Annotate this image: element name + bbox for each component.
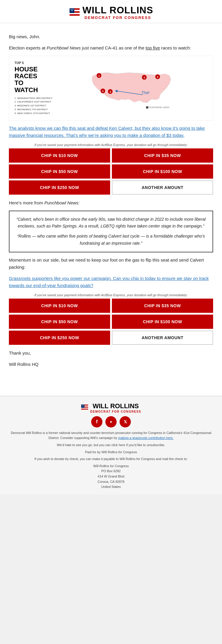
donate-other-btn-2[interactable]: ANOTHER AMOUNT (112, 331, 213, 345)
donate-10-btn-2[interactable]: CHIP IN $10 NOW (9, 299, 110, 313)
footer: WILL ROLLINS DEMOCRAT FOR CONGRESS f ● 𝕏… (0, 396, 222, 494)
logo-subtitle: DEMOCRAT FOR CONGRESS (83, 15, 153, 20)
donate-10-btn-1[interactable]: CHIP IN $10 NOW (9, 148, 110, 163)
spacer (9, 372, 213, 390)
grassroots-link[interactable]: Grassroots supporters like you power our… (9, 275, 213, 289)
logo-container: WILL ROLLINS DEMOCRAT FOR CONGRESS (0, 5, 222, 20)
svg-point-34 (83, 405, 84, 406)
svg-text:⬛ PUNCHBOWL NEWS: ⬛ PUNCHBOWL NEWS (146, 106, 170, 109)
donate-50-btn-2[interactable]: CHIP IN $50 NOW (9, 315, 110, 329)
svg-rect-5 (70, 16, 80, 17)
momentum-text: Momentum is on our side, but we need to … (9, 257, 213, 271)
email-body: Big news, John. Election experts at Punc… (0, 23, 222, 396)
footer-unsubscribe: We’d hate to see you go, but you can cli… (9, 443, 213, 448)
map-list: 1 WASHINGTON'S 3RD DISTRICT 2 CALIFORNIA… (15, 97, 56, 116)
intro-paragraph: Election experts at Punchbowl News just … (9, 44, 213, 52)
cta-link-1[interactable]: The analysts know we can flip this seat … (9, 125, 213, 139)
footer-address: Will Rollins for Congress PO Box 6282 41… (9, 464, 213, 490)
footer-logo-subtitle: DEMOCRAT FOR CONGRESS (90, 410, 141, 413)
flag-icon (69, 7, 80, 18)
svg-rect-30 (81, 410, 88, 411)
donate-250-btn-2[interactable]: CHIP IN $250 NOW (9, 331, 110, 345)
footer-logo-name: WILL ROLLINS (90, 402, 141, 410)
intro-text: Election experts at (9, 45, 47, 50)
quote-2: “Rollins — who came within five points o… (15, 233, 207, 247)
svg-text:1: 1 (98, 74, 100, 77)
social-icons: f ● 𝕏 (9, 416, 213, 427)
donate-other-btn-1[interactable]: ANOTHER AMOUNT (112, 180, 213, 195)
svg-point-35 (82, 406, 83, 407)
map-list-item: 3 ARIZONA'S 1ST DISTRICT (15, 104, 56, 108)
donate-250-btn-1[interactable]: CHIP IN $250 NOW (9, 180, 110, 195)
map-list-item: 4 MICHIGAN'S 7TH DISTRICT (15, 108, 56, 112)
email-wrapper: WILL ROLLINS DEMOCRAT FOR CONGRESS Big n… (0, 0, 222, 494)
quote-box: “Calvert, who’s been in office since the… (9, 211, 213, 252)
svg-point-10 (71, 10, 71, 11)
map-list-item: 1 WASHINGTON'S 3RD DISTRICT (15, 97, 56, 100)
greeting: Big news, John. (9, 33, 213, 40)
intro-underline: top five (146, 45, 160, 50)
sign-off-text: Will Rollins HQ (9, 361, 213, 368)
footer-logo: WILL ROLLINS DEMOCRAT FOR CONGRESS (9, 402, 213, 413)
instagram-icon[interactable]: ● (105, 416, 117, 427)
punchbowl-intro-text: Here’s more from (9, 200, 44, 205)
svg-point-33 (83, 405, 83, 406)
map-title-main: HOUSE RACES TO WATCH (15, 66, 56, 93)
svg-point-9 (73, 9, 73, 9)
donate-35-btn-2[interactable]: CHIP IN $35 NOW (112, 299, 213, 313)
svg-text:2: 2 (102, 90, 104, 93)
footer-flag-icon (81, 404, 89, 411)
actblue-note-1: If you've saved your payment information… (9, 143, 213, 147)
map-list-item: 5 NEW YORK'S 17TH DISTRICT (15, 112, 56, 116)
svg-point-11 (72, 10, 73, 11)
facebook-icon[interactable]: f (91, 416, 102, 427)
svg-point-36 (83, 406, 83, 407)
donation-grid-1: CHIP IN $10 NOW CHIP IN $35 NOW CHIP IN … (9, 148, 213, 195)
intro-italic: Punchbowl News (47, 45, 81, 50)
svg-text:That: That (141, 90, 149, 95)
footer-check-text: If you wish to donate by check, you can … (9, 456, 213, 462)
actblue-note-2: If you've saved your payment information… (9, 293, 213, 297)
svg-text:4: 4 (144, 76, 145, 79)
map-image-box: TOP 5 HOUSE RACES TO WATCH 1 WASHINGTON'… (9, 56, 213, 121)
svg-text:5: 5 (157, 76, 158, 79)
svg-rect-29 (81, 409, 88, 410)
map-list-item: 2 CALIFORNIA'S 41ST DISTRICT (15, 100, 56, 104)
donate-50-btn-1[interactable]: CHIP IN $50 NOW (9, 164, 110, 179)
unsubscribe-text: We’d hate to see you go, but you can cli… (57, 443, 165, 447)
punchbowl-italic: Punchbowl News: (44, 200, 80, 205)
svg-rect-31 (81, 405, 84, 408)
quote-1: “Calvert, who’s been in office since the… (15, 216, 207, 230)
svg-rect-6 (70, 8, 74, 13)
map-right-panel: /* dots rendered in CSS */ 1 2 3 (58, 59, 210, 117)
logo-name: WILL ROLLINS (83, 5, 153, 15)
intro-rest: just named CA-41 as one of the (81, 45, 146, 50)
donation-grid-2: CHIP IN $10 NOW CHIP IN $35 NOW CHIP IN … (9, 299, 213, 345)
us-map-svg: /* dots rendered in CSS */ 1 2 3 (58, 64, 210, 112)
svg-point-8 (71, 9, 72, 9)
map-left-panel: TOP 5 HOUSE RACES TO WATCH 1 WASHINGTON'… (12, 59, 58, 117)
footer-contribution-link[interactable]: making a grassroots contribution here. (118, 436, 173, 440)
svg-rect-4 (70, 14, 80, 16)
footer-disclaimer: Democrat Will Rollins is a former nation… (9, 430, 213, 441)
footer-disclaimer-text: Democrat Will Rollins is a former nation… (11, 431, 211, 440)
svg-point-32 (82, 405, 82, 406)
donate-100-btn-1[interactable]: CHIP IN $100 NOW (112, 164, 213, 179)
twitter-icon[interactable]: 𝕏 (120, 416, 131, 427)
svg-point-7 (70, 9, 71, 9)
map-title-top: TOP 5 (15, 61, 56, 65)
thank-you-section: Thank you, Will Rollins HQ (9, 350, 213, 368)
footer-paid-for: Paid for by Will Rollins for Congress (9, 450, 213, 455)
svg-text:3: 3 (110, 90, 111, 93)
donate-35-btn-1[interactable]: CHIP IN $35 NOW (112, 148, 213, 163)
intro-end: races to watch: (160, 45, 191, 50)
punchbowl-intro: Here’s more from Punchbowl News: (9, 199, 213, 206)
email-header: WILL ROLLINS DEMOCRAT FOR CONGRESS (0, 0, 222, 23)
donate-100-btn-2[interactable]: CHIP IN $100 NOW (112, 315, 213, 329)
thank-you-text: Thank you, (9, 350, 213, 357)
